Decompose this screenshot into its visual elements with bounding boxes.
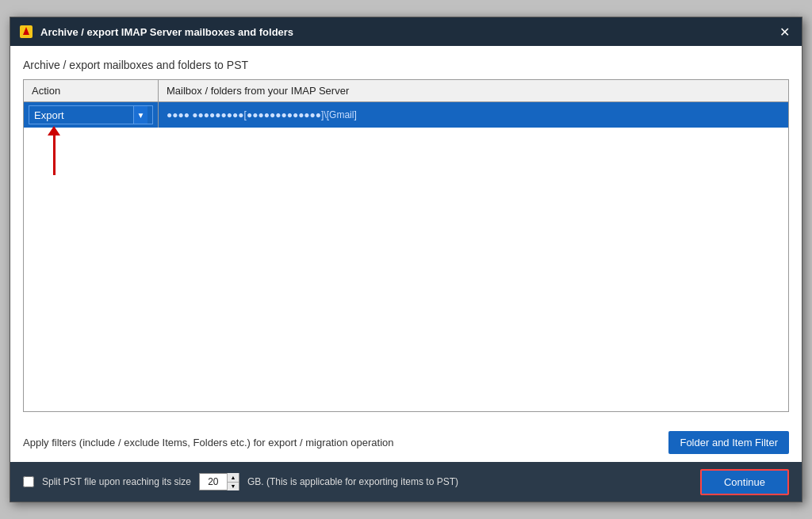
size-spinner-group: ▲ ▼ (199, 473, 239, 490)
filter-description: Apply filters (include / exclude Items, … (23, 437, 657, 448)
mailbox-cell: ●●●● ●●●●●●●●●[●●●●●●●●●●●●●]\[Gmail] (159, 106, 788, 124)
split-pst-checkbox[interactable] (23, 476, 34, 487)
arrow-head-icon (48, 126, 60, 135)
dialog-window: Archive / export IMAP Server mailboxes a… (10, 17, 802, 502)
size-unit-label: GB. (This is applicable for exporting it… (247, 476, 458, 487)
app-icon (18, 24, 34, 40)
size-input[interactable] (200, 474, 227, 490)
action-cell: Export ▼ (24, 102, 159, 128)
dialog-subtitle: Archive / export mailboxes and folders t… (23, 59, 789, 71)
dropdown-arrow-icon[interactable]: ▼ (133, 106, 147, 124)
title-bar: Archive / export IMAP Server mailboxes a… (10, 17, 802, 46)
split-pst-label-text: Split PST file upon reaching its size (42, 476, 191, 487)
dialog-body: Archive / export mailboxes and folders t… (10, 46, 802, 462)
arrow-up-indicator (48, 126, 60, 175)
table-header: Action Mailbox / folders from your IMAP … (24, 80, 788, 102)
filter-row: Apply filters (include / exclude Items, … (23, 423, 789, 462)
continue-button[interactable]: Continue (700, 469, 789, 495)
column-header-mailbox: Mailbox / folders from your IMAP Server (159, 80, 788, 101)
mailbox-table: Action Mailbox / folders from your IMAP … (23, 79, 789, 412)
dialog-footer: Split PST file upon reaching its size ▲ … (10, 462, 802, 502)
split-pst-label: Split PST file upon reaching its size (42, 476, 191, 487)
arrow-body-icon (53, 135, 56, 175)
table-body: Export ▼ ●●●● ●●●●●●●●●[●●●●●●●●●●●●●]\[… (24, 102, 788, 411)
spin-arrows: ▲ ▼ (227, 473, 239, 490)
action-dropdown-value: Export (34, 109, 130, 121)
column-header-action: Action (24, 80, 159, 101)
folder-item-filter-button[interactable]: Folder and Item Filter (668, 431, 789, 454)
table-row: Export ▼ ●●●● ●●●●●●●●●[●●●●●●●●●●●●●]\[… (24, 102, 788, 128)
spin-down-button[interactable]: ▼ (228, 483, 239, 491)
spin-up-button[interactable]: ▲ (228, 473, 239, 483)
window-title: Archive / export IMAP Server mailboxes a… (40, 26, 775, 38)
close-button[interactable]: ✕ (775, 22, 794, 41)
action-dropdown[interactable]: Export ▼ (29, 105, 153, 124)
